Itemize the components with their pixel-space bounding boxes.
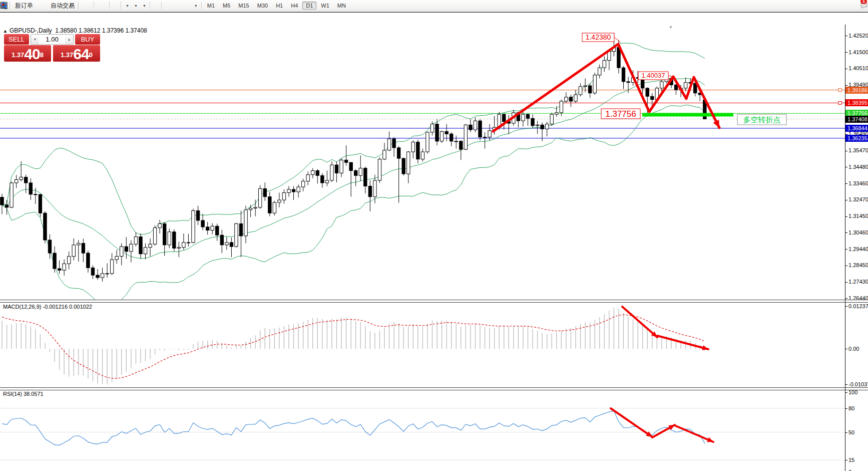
timeframe-d1-button[interactable]: D1 <box>302 2 316 10</box>
chart-title: ▲GBPUSD-,Daily 1.38580 1.38612 1.37396 1… <box>3 27 147 34</box>
macd-down-arrow-2[interactable] <box>657 336 708 350</box>
chart-window: 1.423801.400371.37756多空转折点 ▲GBPUSD-,Dail… <box>0 12 868 471</box>
timeframe-m30-button[interactable]: M30 <box>254 2 271 10</box>
price-axis[interactable]: 1.425201.415001.405101.394901.384801.374… <box>845 25 868 300</box>
signals-icon[interactable] <box>43 1 47 11</box>
collapse-panel-icon[interactable]: ▲ <box>3 29 8 34</box>
macd-tick-0.00: 0.00 <box>845 346 859 352</box>
svg-text:1.42380: 1.42380 <box>586 33 611 41</box>
bounce-price-label[interactable]: 1.40037 <box>638 72 668 80</box>
volume-input[interactable]: 1.00 <box>39 35 65 44</box>
volume-up-button[interactable]: ▲ <box>65 35 73 44</box>
buy-button[interactable]: BUY <box>75 34 100 45</box>
toolbar-separator <box>150 2 150 10</box>
buy-price-small: 1.37 <box>61 49 73 62</box>
rsi-tick-15: 15 <box>845 457 854 463</box>
macd-down-arrow-1[interactable] <box>622 307 657 337</box>
toolbar-separator <box>109 2 110 10</box>
timeframe-mn-button[interactable]: MN <box>334 2 349 10</box>
toolbar-separator <box>78 2 79 10</box>
timeframe-w1-button[interactable]: W1 <box>317 2 333 10</box>
sell-button[interactable]: SELL <box>4 34 29 45</box>
auto-trading-button[interactable]: 自动交易 <box>47 1 77 11</box>
line-chart-button[interactable] <box>88 1 92 11</box>
timeframe-m1-button[interactable]: M1 <box>204 2 218 10</box>
rsi-tick-50: 50 <box>845 429 854 436</box>
price-pane: 1.423801.400371.37756多空转折点 <box>0 25 845 300</box>
styler-icon[interactable] <box>35 1 39 11</box>
trendline-button[interactable] <box>171 1 175 11</box>
sell-price-sup: 8 <box>40 45 44 65</box>
candlestick-chart-button[interactable] <box>84 1 88 11</box>
rsi-arrow-2[interactable] <box>652 425 675 437</box>
chart-shift-button[interactable] <box>115 1 119 11</box>
text-button[interactable]: A <box>183 1 187 11</box>
timeframe-h4-button[interactable]: H4 <box>287 2 301 10</box>
horizontal-line-button[interactable] <box>167 1 171 11</box>
profiles-icon[interactable] <box>39 1 43 11</box>
price-tag-1.36235: 1.36235 <box>845 135 868 142</box>
price-tick-1.35470: 1.35470 <box>845 147 868 154</box>
vertical-line-button[interactable] <box>163 1 167 11</box>
timeframe-h1-button[interactable]: H1 <box>272 2 286 10</box>
notifications-icon[interactable]: 1 <box>860 1 864 11</box>
rsi-axis[interactable]: 1008050150 <box>845 389 868 471</box>
templates-button[interactable]: ▼ <box>140 1 148 11</box>
macd-histogram <box>2 307 705 384</box>
sell-price-small: 1.37 <box>12 49 24 62</box>
price-tick-1.34480: 1.34480 <box>845 164 868 170</box>
macd-tick-0.012372: 0.012372 <box>845 303 868 310</box>
symbol-period-label: GBPUSD-,Daily <box>10 27 52 34</box>
zoom-out-button[interactable] <box>100 1 104 11</box>
equidistant-channel-button[interactable]: E <box>175 1 179 11</box>
toolbar-separator <box>201 2 202 10</box>
text-label-button[interactable]: T <box>187 1 191 11</box>
price-tick-1.30460: 1.30460 <box>845 229 868 236</box>
volume-down-button[interactable]: ▼ <box>31 35 39 44</box>
toolbar-separator <box>121 2 121 10</box>
sell-price-button[interactable]: 1.37408 <box>4 45 51 62</box>
indicators-button[interactable]: ▼ <box>123 1 131 11</box>
auto-scroll-button[interactable] <box>111 1 115 11</box>
bar-chart-button[interactable] <box>80 1 84 11</box>
timeframe-m5-button[interactable]: M5 <box>219 2 234 10</box>
tile-windows-button[interactable] <box>104 1 108 11</box>
rsi-arrow-3[interactable] <box>676 426 713 442</box>
rsi-arrow-1[interactable] <box>611 408 652 437</box>
price-tick-1.32470: 1.32470 <box>845 196 868 203</box>
search-icon[interactable] <box>856 1 860 11</box>
scroll-marker-icon[interactable]: ▼ <box>669 25 673 30</box>
rsi-tick-100: 100 <box>845 389 857 396</box>
rsi-pane <box>0 389 845 471</box>
arrows-button[interactable]: ▼ <box>191 1 200 11</box>
candles <box>1 38 706 282</box>
pane-divider-macd[interactable] <box>0 300 868 303</box>
macd-tick--0.010374: -0.010374 <box>845 381 868 388</box>
price-tick-1.31450: 1.31450 <box>845 213 868 219</box>
zoom-in-button[interactable] <box>96 1 100 11</box>
new-order-button[interactable]: 新订单 <box>12 1 35 11</box>
main-toolbar: 新订单自动交易▼▼▼EFAT▼M1M5M15M30H1H4D1W1MN1 <box>0 0 868 12</box>
price-tick-1.42520: 1.42520 <box>845 33 868 39</box>
price-tag-1.38395: 1.38395 <box>845 99 868 106</box>
price-tag-1.39186: 1.39186 <box>845 87 868 94</box>
periods-button[interactable]: ▼ <box>131 1 140 11</box>
macd-axis[interactable]: 0.0123720.00-0.010374 <box>845 302 868 387</box>
toolbar-separator <box>94 2 94 10</box>
macd-label: MACD(12,26,9) -0.001216 0.001022 <box>3 304 92 310</box>
turning-point-note[interactable]: 多空转折点 <box>737 114 786 125</box>
fibonacci-button[interactable]: F <box>179 1 183 11</box>
crosshair-button[interactable] <box>156 1 160 11</box>
horizontal-line-1.38395[interactable] <box>0 101 845 104</box>
support-price-label[interactable]: 1.37756 <box>601 109 640 119</box>
rsi-line <box>2 411 705 445</box>
cursor-button[interactable] <box>152 1 156 11</box>
buy-price-button[interactable]: 1.37640 <box>53 45 100 62</box>
pane-divider-rsi[interactable] <box>0 387 868 390</box>
toolbar-separator <box>10 2 10 10</box>
timeframe-m15-button[interactable]: M15 <box>235 2 252 10</box>
price-tick-1.41500: 1.41500 <box>845 49 868 56</box>
horizontal-line-1.39186[interactable] <box>0 89 845 92</box>
peak-price-label[interactable]: 1.42380 <box>582 33 614 42</box>
price-tick-1.26440: 1.26440 <box>845 295 868 300</box>
